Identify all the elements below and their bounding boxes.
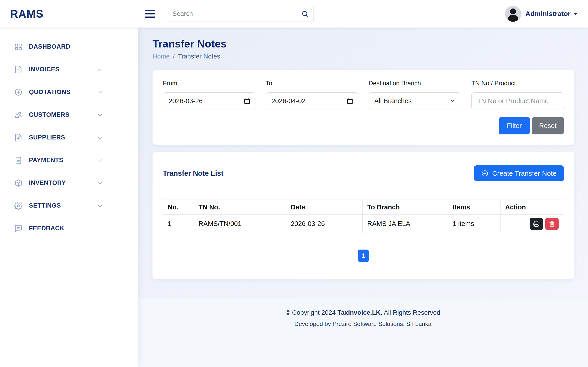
sidebar-item-invoices[interactable]: INVOICES — [0, 58, 138, 81]
developer-line: Developed by Prezire Software Solutions.… — [142, 320, 583, 327]
breadcrumb-home-link[interactable]: Home — [153, 53, 170, 60]
hamburger-bar — [145, 17, 155, 18]
breadcrumb-current: Transfer Notes — [178, 53, 220, 60]
sidebar-item-quotations[interactable]: QUOTATIONS — [0, 81, 138, 103]
cell-tn-no: RAMS/TN/001 — [194, 215, 286, 233]
to-date-input[interactable] — [266, 92, 358, 109]
copyright-suffix: . All Rights Reserved — [380, 309, 440, 316]
transfer-note-list-card: Transfer Note List Create Transfer Note … — [153, 152, 574, 279]
table-header-row: No. TN No. Date To Branch Items Action — [163, 200, 564, 215]
message-icon — [14, 224, 23, 233]
footer-brand: TaxInvoice.LK — [337, 309, 380, 316]
trash-icon — [549, 221, 555, 227]
receipt-icon — [14, 156, 23, 165]
search-icon[interactable] — [301, 10, 309, 17]
gear-icon — [14, 202, 23, 210]
destination-branch-select[interactable]: All Branches — [369, 92, 461, 109]
table-row: 1 RAMS/TN/001 2026-03-26 RAMS JA ELA 1 i… — [163, 215, 564, 233]
column-header-no: No. — [163, 200, 194, 215]
column-header-tn-no: TN No. — [194, 200, 286, 215]
sidebar-item-customers[interactable]: CUSTOMERS — [0, 103, 138, 126]
cell-date: 2026-03-26 — [286, 215, 363, 233]
column-header-action: Action — [501, 200, 564, 215]
column-header-items: Items — [448, 200, 501, 215]
tn-product-input[interactable] — [471, 92, 564, 109]
chevron-down-icon — [96, 134, 103, 141]
main-content: Transfer Notes Home / Transfer Notes Fro… — [138, 27, 588, 367]
chevron-down-icon — [96, 89, 103, 96]
file-text-icon — [14, 65, 23, 74]
sidebar-item-label: FEEDBACK — [29, 225, 64, 232]
sidebar-item-settings[interactable]: SETTINGS — [0, 194, 138, 217]
tn-product-label: TN No / Product — [471, 80, 564, 87]
hamburger-menu-button[interactable] — [145, 10, 155, 18]
column-header-to-branch: To Branch — [363, 200, 448, 215]
page-title: Transfer Notes — [153, 39, 574, 49]
from-date-field: From — [163, 80, 255, 109]
sidebar-item-payments[interactable]: PAYMENTS — [0, 149, 138, 172]
column-header-date: Date — [286, 200, 363, 215]
cell-action — [501, 215, 564, 233]
destination-branch-label: Destination Branch — [369, 80, 461, 87]
grid-icon — [14, 43, 23, 51]
plus-circle-icon — [481, 170, 489, 177]
chevron-down-icon — [96, 202, 103, 209]
sidebar-item-label: INVENTORY — [29, 179, 66, 186]
user-name: Administrator — [525, 10, 571, 18]
cell-to-branch: RAMS JA ELA — [363, 215, 448, 233]
cell-no: 1 — [163, 215, 194, 233]
hamburger-bar — [145, 13, 155, 15]
filter-button[interactable]: Filter — [499, 117, 530, 134]
hamburger-bar — [145, 10, 155, 11]
sidebar-item-inventory[interactable]: INVENTORY — [0, 172, 138, 194]
search-input[interactable] — [167, 6, 314, 22]
delete-button[interactable] — [545, 218, 559, 230]
plus-circle-icon — [14, 88, 23, 96]
breadcrumb: Home / Transfer Notes — [153, 53, 574, 60]
sidebar-item-label: DASHBOARD — [29, 43, 70, 50]
file-download-icon — [14, 133, 23, 142]
from-date-input[interactable] — [163, 92, 255, 109]
chevron-down-icon — [96, 180, 103, 186]
avatar — [505, 6, 521, 22]
filter-actions: Filter Reset — [163, 117, 564, 134]
create-transfer-note-button[interactable]: Create Transfer Note — [474, 165, 564, 181]
box-icon — [14, 179, 23, 187]
top-bar: RAMS Administrator — [0, 0, 588, 27]
header-search — [167, 6, 314, 22]
users-icon — [14, 111, 23, 119]
copyright-line: © Copyright 2024 TaxInvoice.LK. All Righ… — [142, 309, 583, 316]
list-title: Transfer Note List — [163, 169, 224, 177]
sidebar-item-label: QUOTATIONS — [29, 89, 70, 96]
cell-items: 1 items — [448, 215, 501, 233]
to-label: To — [266, 80, 358, 87]
to-date-field: To — [266, 80, 358, 109]
caret-down-icon — [573, 13, 578, 15]
filter-fields: From To — [163, 80, 564, 109]
from-label: From — [163, 80, 255, 87]
destination-branch-field: Destination Branch All Branches — [369, 80, 461, 109]
pagination: 1 — [163, 250, 564, 262]
filter-card: From To — [153, 70, 574, 145]
copyright-prefix: © Copyright 2024 — [285, 309, 337, 316]
sidebar-item-label: SETTINGS — [29, 202, 61, 209]
page-button-1[interactable]: 1 — [358, 250, 369, 262]
breadcrumb-separator: / — [173, 53, 175, 60]
sidebar-item-label: PAYMENTS — [29, 157, 63, 164]
sidebar-item-dashboard[interactable]: DASHBOARD — [0, 35, 138, 58]
sidebar-item-feedback[interactable]: FEEDBACK — [0, 217, 138, 240]
reset-button[interactable]: Reset — [532, 117, 564, 134]
print-button[interactable] — [530, 218, 543, 230]
sidebar-item-label: CUSTOMERS — [29, 111, 69, 118]
chevron-down-icon — [96, 157, 103, 164]
printer-icon — [533, 221, 540, 227]
sidebar-item-label: INVOICES — [29, 66, 60, 73]
sidebar-item-suppliers[interactable]: SUPPLIERS — [0, 126, 138, 149]
user-menu[interactable]: Administrator — [505, 6, 578, 22]
sidebar-item-label: SUPPLIERS — [29, 134, 65, 141]
transfer-notes-table: No. TN No. Date To Branch Items Action 1… — [163, 200, 564, 233]
footer: © Copyright 2024 TaxInvoice.LK. All Righ… — [138, 298, 588, 367]
sidebar: DASHBOARD INVOICES QUOTATIONS — [0, 27, 138, 367]
chevron-down-icon — [96, 66, 103, 73]
chevron-down-icon — [96, 111, 103, 118]
